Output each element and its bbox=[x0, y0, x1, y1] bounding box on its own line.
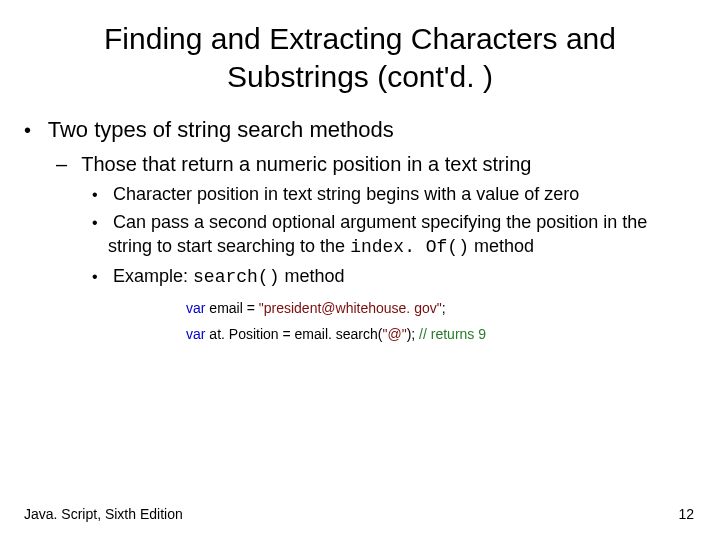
bullet-l2-item: Those that return a numeric position in … bbox=[76, 151, 696, 348]
code-string: "@" bbox=[382, 326, 406, 342]
code-comment: // returns 9 bbox=[419, 326, 486, 342]
code-keyword: var bbox=[186, 326, 205, 342]
bullet-l2-text: Those that return a numeric position in … bbox=[81, 153, 531, 175]
bullet-l3-item: Can pass a second optional argument spec… bbox=[108, 210, 696, 260]
inline-code: index. Of() bbox=[350, 237, 469, 257]
bullet-l1-item: Two types of string search methods Those… bbox=[42, 115, 696, 348]
code-keyword: var bbox=[186, 300, 205, 316]
code-text: ); bbox=[407, 326, 419, 342]
inline-code: search() bbox=[193, 267, 279, 287]
code-line: var at. Position = email. search("@"); /… bbox=[186, 321, 696, 348]
footer-source: Java. Script, Sixth Edition bbox=[24, 506, 183, 522]
code-line: var email = "president@whitehouse. gov"; bbox=[186, 295, 696, 322]
slide: Finding and Extracting Characters and Su… bbox=[0, 0, 720, 540]
page-number: 12 bbox=[678, 506, 694, 522]
bullet-l3-item: Character position in text string begins… bbox=[108, 182, 696, 206]
slide-title: Finding and Extracting Characters and Su… bbox=[0, 0, 720, 105]
bullet-l3-text: Character position in text string begins… bbox=[113, 184, 579, 204]
bullet-list-1: Two types of string search methods Those… bbox=[24, 115, 696, 348]
slide-body: Two types of string search methods Those… bbox=[0, 115, 720, 348]
code-text: email = bbox=[205, 300, 258, 316]
bullet-l3-text-pre: Example: bbox=[113, 266, 193, 286]
bullet-l3-text-post: method bbox=[469, 236, 534, 256]
bullet-list-2: Those that return a numeric position in … bbox=[42, 151, 696, 348]
code-example: var email = "president@whitehouse. gov";… bbox=[186, 295, 696, 348]
code-text: at. Position = email. search( bbox=[205, 326, 382, 342]
code-string: "president@whitehouse. gov" bbox=[259, 300, 442, 316]
bullet-l3-item: Example: search() method bbox=[108, 264, 696, 289]
code-text: ; bbox=[442, 300, 446, 316]
bullet-list-3: Character position in text string begins… bbox=[76, 182, 696, 289]
bullet-l3-text-post: method bbox=[279, 266, 344, 286]
bullet-l1-text: Two types of string search methods bbox=[48, 117, 394, 142]
